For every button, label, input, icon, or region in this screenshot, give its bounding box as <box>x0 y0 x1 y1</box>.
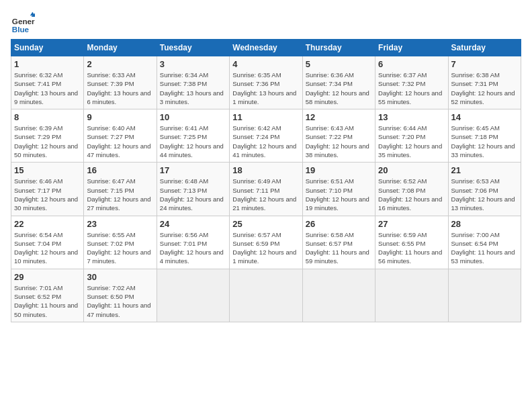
days-of-week-row: SundayMondayTuesdayWednesdayThursdayFrid… <box>11 40 521 56</box>
day-info: Sunrise: 6:40 AMSunset: 7:27 PMDaylight:… <box>87 124 153 159</box>
week-row-4: 22 Sunrise: 6:54 AMSunset: 7:04 PMDaylig… <box>11 216 521 269</box>
week-row-2: 8 Sunrise: 6:39 AMSunset: 7:29 PMDayligh… <box>11 109 521 163</box>
day-info: Sunrise: 6:47 AMSunset: 7:15 PMDaylight:… <box>87 177 153 212</box>
day-info: Sunrise: 6:52 AMSunset: 7:08 PMDaylight:… <box>378 177 445 212</box>
week-row-1: 1 Sunrise: 6:32 AMSunset: 7:41 PMDayligh… <box>11 56 521 109</box>
day-info: Sunrise: 6:56 AMSunset: 7:01 PMDaylight:… <box>160 230 226 266</box>
day-info: Sunrise: 6:39 AMSunset: 7:29 PMDaylight:… <box>14 124 81 159</box>
day-info: Sunrise: 6:53 AMSunset: 7:06 PMDaylight:… <box>451 177 518 212</box>
day-info: Sunrise: 6:34 AMSunset: 7:38 PMDaylight:… <box>160 71 226 106</box>
day-number: 11 <box>232 112 299 122</box>
day-info: Sunrise: 6:32 AMSunset: 7:41 PMDaylight:… <box>14 71 81 106</box>
day-number: 25 <box>232 219 299 229</box>
calendar-cell: 11 Sunrise: 6:42 AMSunset: 7:24 PMDaylig… <box>230 109 302 163</box>
week-row-5: 29 Sunrise: 7:01 AMSunset: 6:52 PMDaylig… <box>11 269 521 322</box>
calendar-cell: 5 Sunrise: 6:36 AMSunset: 7:34 PMDayligh… <box>302 56 375 109</box>
day-number: 19 <box>306 165 372 175</box>
day-info: Sunrise: 6:49 AMSunset: 7:11 PMDaylight:… <box>232 177 299 212</box>
calendar-cell: 15 Sunrise: 6:46 AMSunset: 7:17 PMDaylig… <box>11 163 84 216</box>
day-number: 20 <box>378 165 445 175</box>
day-number: 13 <box>378 112 445 122</box>
calendar-cell <box>230 269 302 322</box>
svg-text:Blue: Blue <box>12 25 30 34</box>
dow-header-thursday: Thursday <box>302 40 375 56</box>
day-number: 3 <box>160 59 226 69</box>
day-number: 17 <box>160 165 226 175</box>
calendar-cell: 22 Sunrise: 6:54 AMSunset: 7:04 PMDaylig… <box>11 216 84 269</box>
dow-header-friday: Friday <box>375 40 448 56</box>
calendar-cell: 13 Sunrise: 6:44 AMSunset: 7:20 PMDaylig… <box>375 109 448 163</box>
day-info: Sunrise: 6:55 AMSunset: 7:02 PMDaylight:… <box>87 230 153 266</box>
day-number: 18 <box>232 165 299 175</box>
dow-header-monday: Monday <box>84 40 157 56</box>
dow-header-saturday: Saturday <box>448 40 521 56</box>
calendar-cell <box>375 269 448 322</box>
day-number: 4 <box>232 59 299 69</box>
day-number: 22 <box>14 219 81 229</box>
day-number: 5 <box>306 59 372 69</box>
day-number: 23 <box>87 219 153 229</box>
day-info: Sunrise: 6:35 AMSunset: 7:36 PMDaylight:… <box>232 71 299 106</box>
calendar-cell: 18 Sunrise: 6:49 AMSunset: 7:11 PMDaylig… <box>230 163 302 216</box>
calendar-cell: 28 Sunrise: 7:00 AMSunset: 6:54 PMDaylig… <box>448 216 521 269</box>
calendar-cell: 2 Sunrise: 6:33 AMSunset: 7:39 PMDayligh… <box>84 56 157 109</box>
day-info: Sunrise: 6:57 AMSunset: 6:59 PMDaylight:… <box>232 230 299 266</box>
day-info: Sunrise: 7:01 AMSunset: 6:52 PMDaylight:… <box>14 283 81 319</box>
day-info: Sunrise: 6:44 AMSunset: 7:20 PMDaylight:… <box>378 124 445 159</box>
calendar-cell: 1 Sunrise: 6:32 AMSunset: 7:41 PMDayligh… <box>11 56 84 109</box>
day-info: Sunrise: 6:58 AMSunset: 6:57 PMDaylight:… <box>306 230 372 266</box>
day-info: Sunrise: 6:38 AMSunset: 7:31 PMDaylight:… <box>451 71 518 106</box>
calendar-cell: 30 Sunrise: 7:02 AMSunset: 6:50 PMDaylig… <box>84 269 157 322</box>
calendar-cell: 24 Sunrise: 6:56 AMSunset: 7:01 PMDaylig… <box>157 216 229 269</box>
calendar-cell: 10 Sunrise: 6:41 AMSunset: 7:25 PMDaylig… <box>157 109 229 163</box>
day-number: 29 <box>14 272 81 282</box>
logo: General Blue <box>11 11 38 35</box>
day-info: Sunrise: 6:41 AMSunset: 7:25 PMDaylight:… <box>160 124 226 159</box>
day-number: 24 <box>160 219 226 229</box>
day-number: 27 <box>378 219 445 229</box>
day-info: Sunrise: 6:42 AMSunset: 7:24 PMDaylight:… <box>232 124 299 159</box>
calendar-cell: 16 Sunrise: 6:47 AMSunset: 7:15 PMDaylig… <box>84 163 157 216</box>
calendar-cell: 9 Sunrise: 6:40 AMSunset: 7:27 PMDayligh… <box>84 109 157 163</box>
dow-header-wednesday: Wednesday <box>230 40 302 56</box>
day-number: 28 <box>451 219 518 229</box>
day-number: 9 <box>87 112 153 122</box>
calendar-cell: 29 Sunrise: 7:01 AMSunset: 6:52 PMDaylig… <box>11 269 84 322</box>
calendar-cell: 19 Sunrise: 6:51 AMSunset: 7:10 PMDaylig… <box>302 163 375 216</box>
calendar-cell: 21 Sunrise: 6:53 AMSunset: 7:06 PMDaylig… <box>448 163 521 216</box>
calendar-cell <box>157 269 229 322</box>
calendar-cell <box>302 269 375 322</box>
day-number: 8 <box>14 112 81 122</box>
day-number: 6 <box>378 59 445 69</box>
calendar: SundayMondayTuesdayWednesdayThursdayFrid… <box>11 39 521 322</box>
day-info: Sunrise: 6:45 AMSunset: 7:18 PMDaylight:… <box>451 124 518 159</box>
day-info: Sunrise: 6:36 AMSunset: 7:34 PMDaylight:… <box>306 71 372 106</box>
calendar-cell: 4 Sunrise: 6:35 AMSunset: 7:36 PMDayligh… <box>230 56 302 109</box>
calendar-cell: 8 Sunrise: 6:39 AMSunset: 7:29 PMDayligh… <box>11 109 84 163</box>
calendar-cell: 27 Sunrise: 6:59 AMSunset: 6:55 PMDaylig… <box>375 216 448 269</box>
calendar-cell: 3 Sunrise: 6:34 AMSunset: 7:38 PMDayligh… <box>157 56 229 109</box>
day-number: 10 <box>160 112 226 122</box>
day-info: Sunrise: 6:48 AMSunset: 7:13 PMDaylight:… <box>160 177 226 212</box>
day-info: Sunrise: 6:33 AMSunset: 7:39 PMDaylight:… <box>87 71 153 106</box>
calendar-cell: 26 Sunrise: 6:58 AMSunset: 6:57 PMDaylig… <box>302 216 375 269</box>
calendar-cell: 20 Sunrise: 6:52 AMSunset: 7:08 PMDaylig… <box>375 163 448 216</box>
day-info: Sunrise: 6:51 AMSunset: 7:10 PMDaylight:… <box>306 177 372 212</box>
calendar-cell: 12 Sunrise: 6:43 AMSunset: 7:22 PMDaylig… <box>302 109 375 163</box>
day-number: 21 <box>451 165 518 175</box>
day-info: Sunrise: 6:54 AMSunset: 7:04 PMDaylight:… <box>14 230 81 266</box>
calendar-cell: 25 Sunrise: 6:57 AMSunset: 6:59 PMDaylig… <box>230 216 302 269</box>
day-info: Sunrise: 7:02 AMSunset: 6:50 PMDaylight:… <box>87 283 153 319</box>
day-info: Sunrise: 6:43 AMSunset: 7:22 PMDaylight:… <box>306 124 372 159</box>
day-number: 30 <box>87 272 153 282</box>
calendar-cell: 14 Sunrise: 6:45 AMSunset: 7:18 PMDaylig… <box>448 109 521 163</box>
day-number: 16 <box>87 165 153 175</box>
day-number: 12 <box>306 112 372 122</box>
calendar-cell: 6 Sunrise: 6:37 AMSunset: 7:32 PMDayligh… <box>375 56 448 109</box>
day-number: 14 <box>451 112 518 122</box>
week-row-3: 15 Sunrise: 6:46 AMSunset: 7:17 PMDaylig… <box>11 163 521 216</box>
day-info: Sunrise: 6:59 AMSunset: 6:55 PMDaylight:… <box>378 230 445 266</box>
svg-text:General: General <box>12 17 35 26</box>
logo-icon: General Blue <box>11 11 35 35</box>
calendar-cell: 23 Sunrise: 6:55 AMSunset: 7:02 PMDaylig… <box>84 216 157 269</box>
